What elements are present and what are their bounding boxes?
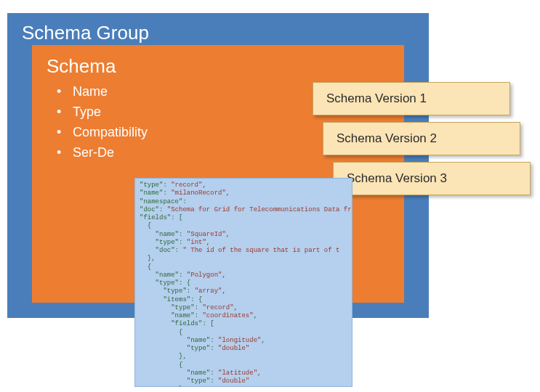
- code-line: "type": "record", "name": "milanoRecord"…: [140, 181, 352, 387]
- schema-version-label: Schema Version 3: [347, 171, 447, 186]
- schema-title: Schema: [47, 55, 390, 78]
- schema-version-card-1: Schema Version 1: [313, 82, 510, 115]
- schema-version-card-3: Schema Version 3: [333, 162, 531, 195]
- schema-version-label: Schema Version 1: [326, 91, 427, 106]
- schema-version-label: Schema Version 2: [337, 131, 437, 146]
- json-code-preview: "type": "record", "name": "milanoRecord"…: [134, 178, 352, 387]
- schema-version-card-2: Schema Version 2: [323, 122, 520, 155]
- schema-group-title: Schema Group: [22, 22, 414, 44]
